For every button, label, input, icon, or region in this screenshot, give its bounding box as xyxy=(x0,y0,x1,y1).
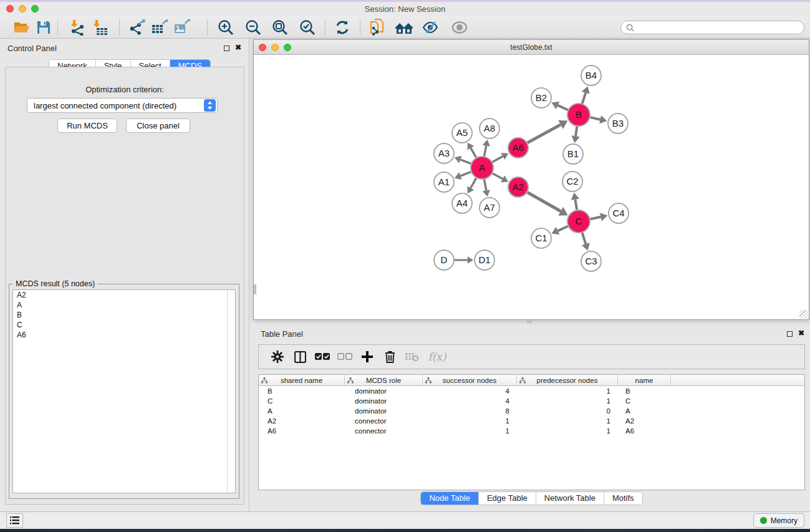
list-item[interactable]: B xyxy=(13,310,235,320)
search-field[interactable] xyxy=(620,21,804,34)
clone-network-button[interactable] xyxy=(367,18,388,37)
zoom-out-icon xyxy=(245,19,261,36)
attribute-fork-icon xyxy=(425,377,432,384)
table-row[interactable]: A6connector11A6 xyxy=(259,426,804,436)
column-header-empty xyxy=(671,375,804,385)
float-panel-icon[interactable] xyxy=(787,331,793,337)
tab-motifs[interactable]: Motifs xyxy=(604,492,642,505)
save-session-button[interactable] xyxy=(33,18,54,37)
graph-edge[interactable] xyxy=(591,217,601,219)
import-network-button[interactable] xyxy=(67,18,88,37)
graph-edge[interactable] xyxy=(528,192,561,211)
table-row[interactable]: Cdominator41C xyxy=(259,396,804,406)
show-columns-button[interactable] xyxy=(289,347,311,366)
graph-edge[interactable] xyxy=(493,173,503,179)
network-canvas[interactable]: AA1A2A3A4A5A6A7A8BB1B2B3B4CC1C2C3C4DD1 xyxy=(254,55,809,319)
graph-edge[interactable] xyxy=(460,160,471,163)
list-item[interactable]: A2 xyxy=(13,290,235,300)
graph-edge[interactable] xyxy=(582,233,586,244)
delete-column-button[interactable] xyxy=(378,347,401,366)
checked-checkboxes-icon xyxy=(315,353,330,360)
graph-edge[interactable] xyxy=(558,226,568,231)
graph-edge[interactable] xyxy=(485,146,486,157)
show-panels-button[interactable] xyxy=(449,18,470,37)
zoom-fit-button[interactable] xyxy=(269,18,291,37)
column-header-predecessor-nodes[interactable]: predecessor nodes xyxy=(517,375,618,385)
graph-node-label: A4 xyxy=(456,198,468,208)
graph-node-label: A3 xyxy=(438,148,450,158)
column-header-mcds-role[interactable]: MCDS role xyxy=(345,375,423,385)
graph-edge[interactable] xyxy=(528,125,561,143)
tab-node-table[interactable]: Node Table xyxy=(421,492,479,505)
export-image-button[interactable] xyxy=(171,18,193,37)
tab-edge-table[interactable]: Edge Table xyxy=(479,492,536,505)
graph-node-label: B4 xyxy=(586,70,597,80)
graph-edge[interactable] xyxy=(575,200,577,210)
table-cell: connector xyxy=(345,416,423,426)
graph-edge[interactable] xyxy=(460,172,471,176)
run-mcds-button[interactable]: Run MCDS xyxy=(57,118,117,133)
function-builder-button[interactable]: f(x) xyxy=(423,347,451,366)
open-session-button[interactable] xyxy=(11,18,32,37)
column-header-successor-nodes[interactable]: successor nodes xyxy=(423,375,517,385)
table-cell: 1 xyxy=(517,416,618,426)
graph-edge[interactable] xyxy=(582,93,586,104)
import-network-icon xyxy=(69,19,85,36)
import-table-button[interactable] xyxy=(89,18,110,37)
canvas-scroll-mark xyxy=(254,284,256,294)
add-column-button[interactable] xyxy=(356,347,378,366)
graph-edge[interactable] xyxy=(493,157,503,162)
select-all-button[interactable] xyxy=(311,347,334,366)
graph-node-label: A xyxy=(479,162,485,173)
table-settings-button[interactable] xyxy=(266,347,289,366)
graph-node-label: B xyxy=(576,109,582,120)
export-table-button[interactable] xyxy=(149,18,170,37)
app-title: Session: New Session xyxy=(0,4,810,14)
column-header-name[interactable]: name xyxy=(618,375,671,385)
list-scrollbar[interactable] xyxy=(227,290,235,493)
graph-edge[interactable] xyxy=(591,117,600,120)
search-input[interactable] xyxy=(637,23,804,32)
unselect-all-button[interactable] xyxy=(334,347,356,366)
table-cell: 0 xyxy=(517,406,618,416)
window-resize-grip[interactable] xyxy=(799,310,808,319)
table-row[interactable]: A2connector11A2 xyxy=(259,416,804,426)
graph-node-label: B2 xyxy=(536,92,547,103)
export-network-button[interactable] xyxy=(127,18,148,37)
zoom-out-button[interactable] xyxy=(243,18,264,37)
close-panel-button[interactable]: Close panel xyxy=(126,118,190,133)
graph-edge[interactable] xyxy=(576,127,577,136)
delete-table-button[interactable] xyxy=(401,347,423,366)
memory-button[interactable]: Memory xyxy=(753,513,804,528)
table-cell: dominator xyxy=(345,386,423,396)
hide-panels-button[interactable] xyxy=(420,18,441,37)
list-item[interactable]: A6 xyxy=(13,330,235,340)
graph-node-label: D1 xyxy=(478,254,490,265)
zoom-selected-button[interactable] xyxy=(297,18,318,37)
zoom-in-button[interactable] xyxy=(215,18,236,37)
graph-edge[interactable] xyxy=(485,180,486,191)
graph-edge[interactable] xyxy=(471,178,476,188)
table-cell: B xyxy=(259,386,345,396)
table-row[interactable]: Adominator80A xyxy=(259,406,804,416)
home-button[interactable] xyxy=(393,18,415,37)
table-panel-title: Table Panel xyxy=(261,329,303,339)
close-panel-icon[interactable]: ✖ xyxy=(235,43,241,52)
refresh-button[interactable] xyxy=(332,18,353,37)
table-cell: A6 xyxy=(259,426,345,436)
list-item[interactable]: A xyxy=(13,300,235,310)
task-history-button[interactable] xyxy=(6,513,23,528)
table-row[interactable]: Bdominator41B xyxy=(259,386,804,396)
float-panel-icon[interactable] xyxy=(224,46,229,51)
splitter-handle[interactable] xyxy=(527,320,532,323)
tab-network-table[interactable]: Network Table xyxy=(536,492,604,505)
close-panel-icon[interactable]: ✖ xyxy=(798,329,804,337)
list-item[interactable]: C xyxy=(13,320,235,330)
graph-node-label: A1 xyxy=(438,177,450,187)
optimization-criterion-select[interactable]: largest connected component (directed) xyxy=(27,98,218,113)
graph-node-label: A6 xyxy=(513,142,524,153)
graph-edge[interactable] xyxy=(558,105,568,110)
column-header-shared-name[interactable]: shared name xyxy=(259,375,345,385)
graph-node-label: B3 xyxy=(612,118,624,128)
graph-edge[interactable] xyxy=(471,148,476,157)
